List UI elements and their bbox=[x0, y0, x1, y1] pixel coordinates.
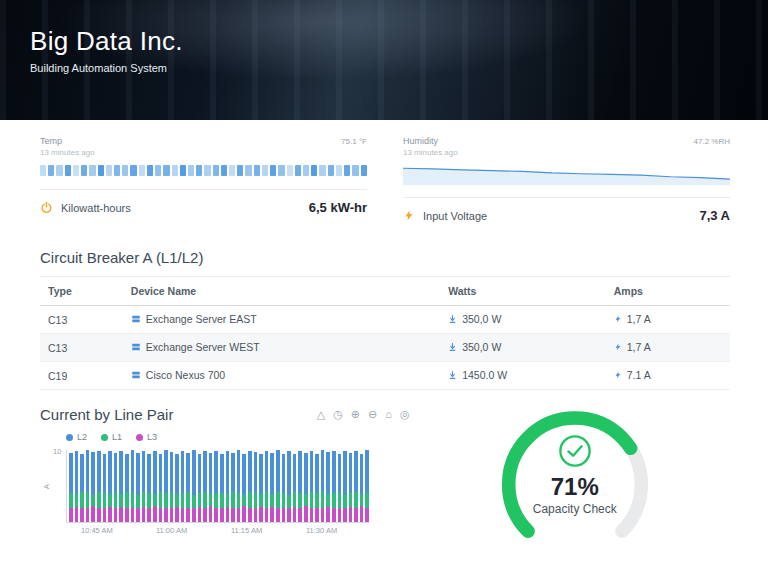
cell-device: Exchange Server WEST bbox=[123, 334, 440, 362]
current-chart-title: Current by Line Pair bbox=[40, 406, 173, 423]
breaker-header-row: Type Device Name Watts Amps bbox=[40, 277, 730, 306]
temp-value: 75.1 °F bbox=[341, 136, 367, 146]
legend-dot bbox=[136, 434, 143, 441]
kwh-metric: Kilowatt-hours 6,5 kW-hr bbox=[40, 189, 367, 217]
voltage-label: Input Voltage bbox=[423, 210, 487, 222]
cell-amps: 1,7 A bbox=[606, 306, 730, 334]
legend-dot bbox=[101, 434, 108, 441]
table-row: C13 Exchange Server EAST 350,0 W 1,7 A bbox=[40, 306, 730, 334]
breaker-table: Type Device Name Watts Amps C13 Exchange… bbox=[40, 276, 730, 390]
temp-sparkline[interactable] bbox=[40, 163, 367, 177]
legend-label: L1 bbox=[112, 432, 122, 442]
voltage-value: 7,3 A bbox=[699, 208, 730, 223]
legend-label: L2 bbox=[77, 432, 87, 442]
power-icon bbox=[40, 201, 53, 214]
x-tick: 11:15 AM bbox=[231, 526, 262, 535]
col-header-watts: Watts bbox=[440, 277, 606, 306]
zoom-in-icon[interactable]: ⊕ bbox=[351, 409, 360, 420]
capacity-gauge: 71% Capacity Check bbox=[489, 408, 661, 548]
humidity-panel: Humidity 13 minutes ago 47.2 %RH Inp bbox=[403, 136, 730, 225]
gauge-center: 71% Capacity Check bbox=[489, 434, 661, 516]
server-icon bbox=[131, 370, 141, 382]
temp-panel: Temp 13 minutes ago 75.1 °F Kilowatt-hou… bbox=[40, 136, 367, 225]
triangle-icon[interactable]: △ bbox=[317, 409, 325, 420]
legend-label: L3 bbox=[147, 432, 157, 442]
cell-device: Exchange Server EAST bbox=[123, 306, 440, 334]
temp-panel-head: Temp 13 minutes ago 75.1 °F bbox=[40, 136, 367, 157]
humidity-head-left: Humidity 13 minutes ago bbox=[403, 136, 458, 157]
server-icon bbox=[131, 342, 141, 354]
kwh-value: 6,5 kW-hr bbox=[309, 200, 367, 215]
breaker-section-title: Circuit Breaker A (L1/L2) bbox=[40, 249, 730, 266]
cell-amps: 1,7 A bbox=[606, 334, 730, 362]
temp-head-left: Temp 13 minutes ago bbox=[40, 136, 95, 157]
kwh-label: Kilowatt-hours bbox=[61, 202, 131, 214]
current-chart: 10 A 10:45 AM 11:00 AM 11:15 AM 11:30 AM bbox=[66, 450, 420, 537]
bolt-icon bbox=[614, 342, 622, 354]
cell-watts: 350,0 W bbox=[440, 334, 606, 362]
sensor-panel-row: Temp 13 minutes ago 75.1 °F Kilowatt-hou… bbox=[40, 136, 730, 225]
temp-time-ago: 13 minutes ago bbox=[40, 148, 95, 157]
legend-item-l1[interactable]: L1 bbox=[101, 432, 122, 442]
zoom-out-icon[interactable]: ⊖ bbox=[368, 409, 377, 420]
clock-icon[interactable]: ◷ bbox=[333, 409, 343, 420]
gauge-label: Capacity Check bbox=[489, 502, 661, 516]
cell-type: C13 bbox=[40, 306, 123, 334]
cell-amps: 7.1 A bbox=[606, 362, 730, 390]
humidity-chart[interactable] bbox=[403, 163, 730, 185]
bolt-icon bbox=[403, 209, 415, 222]
cell-watts: 350,0 W bbox=[440, 306, 606, 334]
gauge-section: 71% Capacity Check bbox=[420, 406, 731, 548]
device-name: Exchange Server WEST bbox=[146, 341, 260, 353]
server-icon bbox=[131, 314, 141, 326]
header: Big Data Inc. Building Automation System bbox=[0, 0, 768, 120]
gauge-value: 71% bbox=[489, 473, 661, 501]
x-axis-ticks: 10:45 AM 11:00 AM 11:15 AM 11:30 AM bbox=[66, 523, 366, 537]
watts-value: 350,0 W bbox=[462, 341, 501, 353]
home-icon[interactable]: ⌂ bbox=[385, 409, 392, 420]
cell-watts: 1450.0 W bbox=[440, 362, 606, 390]
col-header-amps: Amps bbox=[606, 277, 730, 306]
temp-label: Temp bbox=[40, 136, 95, 146]
voltage-metric: Input Voltage 7,3 A bbox=[403, 197, 730, 225]
bottom-row: Current by Line Pair △ ◷ ⊕ ⊖ ⌂ ◎ L2 L1 L… bbox=[40, 406, 730, 548]
x-tick: 10:45 AM bbox=[81, 526, 113, 535]
amps-value: 1,7 A bbox=[627, 341, 651, 353]
cell-type: C19 bbox=[40, 362, 123, 390]
bolt-icon bbox=[614, 314, 622, 326]
y-axis-tick: 10 bbox=[53, 447, 61, 456]
current-chart-head: Current by Line Pair △ ◷ ⊕ ⊖ ⌂ ◎ bbox=[40, 406, 420, 423]
dashboard-page: Big Data Inc. Building Automation System… bbox=[0, 0, 768, 576]
reset-icon[interactable]: ◎ bbox=[400, 409, 410, 420]
current-bars[interactable] bbox=[66, 450, 369, 523]
legend-item-l2[interactable]: L2 bbox=[66, 432, 87, 442]
current-chart-section: Current by Line Pair △ ◷ ⊕ ⊖ ⌂ ◎ L2 L1 L… bbox=[40, 406, 420, 548]
device-name: Cisco Nexus 700 bbox=[146, 369, 225, 381]
watts-value: 350,0 W bbox=[462, 313, 501, 325]
amps-value: 7.1 A bbox=[627, 369, 651, 381]
y-axis-label: A bbox=[42, 484, 51, 489]
col-header-type: Type bbox=[40, 277, 123, 306]
humidity-time-ago: 13 minutes ago bbox=[403, 148, 458, 157]
legend-item-l3[interactable]: L3 bbox=[136, 432, 157, 442]
legend-dot bbox=[66, 434, 73, 441]
cell-device: Cisco Nexus 700 bbox=[123, 362, 440, 390]
watts-value: 1450.0 W bbox=[462, 369, 507, 381]
amps-value: 1,7 A bbox=[627, 313, 651, 325]
x-tick: 11:00 AM bbox=[156, 526, 187, 535]
humidity-value: 47.2 %RH bbox=[694, 136, 730, 146]
check-circle-icon bbox=[558, 454, 592, 471]
chart-legend: L2 L1 L3 bbox=[66, 432, 420, 442]
page-title: Big Data Inc. bbox=[30, 26, 768, 57]
humidity-panel-head: Humidity 13 minutes ago 47.2 %RH bbox=[403, 136, 730, 157]
arrow-down-icon bbox=[448, 370, 457, 382]
chart-toolbar: △ ◷ ⊕ ⊖ ⌂ ◎ bbox=[317, 409, 420, 420]
bolt-icon bbox=[614, 370, 622, 382]
table-row: C19 Cisco Nexus 700 1450.0 W 7.1 A bbox=[40, 362, 730, 390]
device-name: Exchange Server EAST bbox=[146, 313, 257, 325]
arrow-down-icon bbox=[448, 314, 457, 326]
cell-type: C13 bbox=[40, 334, 123, 362]
col-header-device: Device Name bbox=[123, 277, 440, 306]
x-tick: 11:30 AM bbox=[306, 526, 337, 535]
page-subtitle: Building Automation System bbox=[30, 62, 768, 74]
